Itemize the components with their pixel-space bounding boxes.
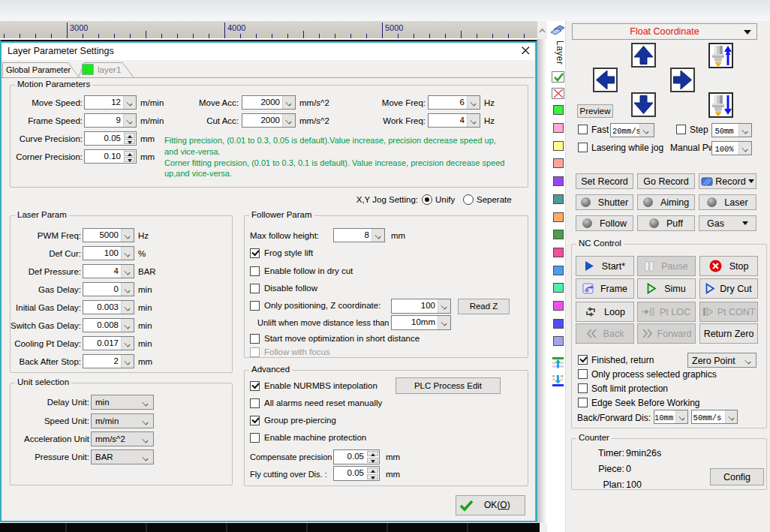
svg-text:3000: 3000 [70, 23, 88, 32]
svg-text:4000: 4000 [227, 23, 245, 32]
svg-text:5000: 5000 [385, 23, 403, 32]
